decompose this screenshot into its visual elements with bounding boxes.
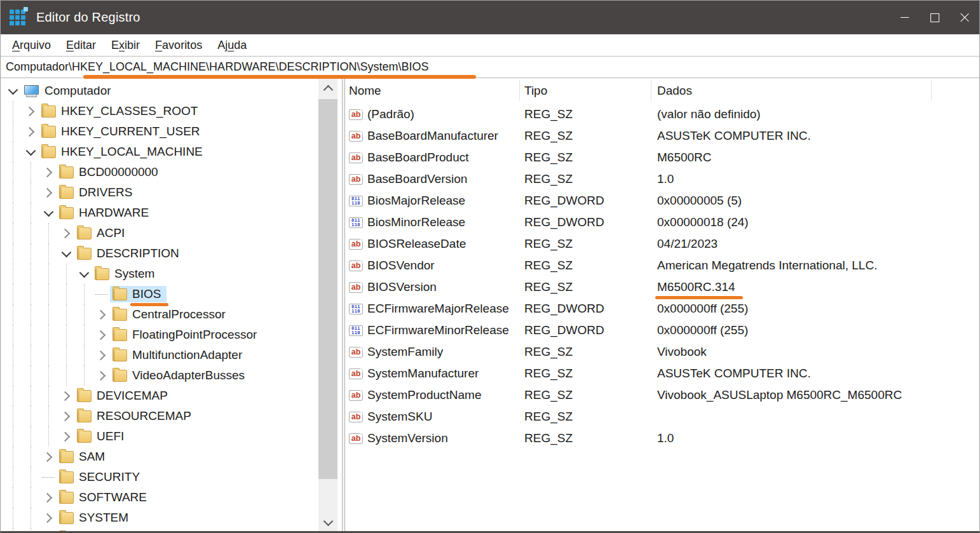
menu-editar[interactable]: Editar: [61, 39, 101, 52]
column-separator[interactable]: [651, 79, 651, 101]
tree-node-devicemap[interactable]: DEVICEMAP: [74, 388, 174, 404]
chevron-cell[interactable]: [40, 447, 57, 467]
tree-item-hkey-classes-root[interactable]: HKEY_CLASSES_ROOT: [4, 101, 342, 121]
tree-node-floatingpointprocessor[interactable]: FloatingPointProcessor: [110, 327, 262, 343]
tree-item-drivers[interactable]: DRIVERS: [4, 182, 342, 203]
tree-node-bios[interactable]: BIOS: [110, 286, 167, 302]
chevron-right-icon[interactable]: [25, 126, 35, 137]
chevron-cell[interactable]: [93, 325, 110, 345]
chevron-cell[interactable]: [22, 142, 39, 162]
chevron-cell[interactable]: [4, 81, 21, 101]
chevron-right-icon[interactable]: [43, 167, 53, 177]
chevron-cell[interactable]: [58, 223, 74, 243]
chevron-right-icon[interactable]: [25, 106, 35, 116]
minimize-button[interactable]: [890, 1, 920, 34]
tree-node-resourcemap[interactable]: RESOURCEMAP: [74, 408, 197, 424]
tree-node-software[interactable]: SOFTWARE: [57, 489, 153, 506]
chevron-cell[interactable]: [93, 345, 110, 365]
tree-item-uefi[interactable]: UEFI: [4, 426, 342, 447]
tree-item-resourcemap[interactable]: RESOURCEMAP: [4, 406, 342, 426]
registry-value-row[interactable]: abBaseBoardVersionREG_SZ1.0: [345, 168, 979, 190]
tree-node-security[interactable]: SECURITY: [57, 469, 146, 485]
chevron-down-icon[interactable]: [43, 206, 53, 217]
registry-value-row[interactable]: abBIOSReleaseDateREG_SZ04/21/2023: [345, 233, 979, 255]
chevron-right-icon[interactable]: [60, 228, 71, 238]
chevron-cell[interactable]: [93, 304, 110, 325]
chevron-cell[interactable]: [93, 365, 110, 386]
registry-value-row[interactable]: abSystemProductNameREG_SZVivobook_ASUSLa…: [345, 384, 979, 406]
chevron-right-icon[interactable]: [96, 370, 106, 381]
chevron-cell[interactable]: [40, 508, 57, 528]
tree-node-system[interactable]: SYSTEM: [57, 509, 134, 526]
registry-value-row[interactable]: 011110ECFirmwareMinorReleaseREG_DWORD0x0…: [345, 320, 979, 341]
scroll-up-button[interactable]: [318, 78, 337, 98]
tree-item-acpi[interactable]: ACPI: [4, 223, 342, 243]
tree-node-hkey-current-user[interactable]: HKEY_CURRENT_USER: [39, 123, 206, 140]
chevron-cell[interactable]: [40, 182, 57, 203]
chevron-right-icon[interactable]: [43, 492, 53, 503]
chevron-cell[interactable]: [58, 426, 74, 447]
tree-scrollbar[interactable]: [318, 78, 337, 532]
tree-node-bcd00000000[interactable]: BCD00000000: [57, 164, 164, 180]
tree-node-description[interactable]: DESCRIPTION: [74, 245, 185, 262]
chevron-right-icon[interactable]: [96, 309, 106, 320]
chevron-cell[interactable]: [22, 101, 39, 121]
registry-value-row[interactable]: abSystemFamilyREG_SZVivobook: [345, 341, 979, 363]
tree-node-hardware[interactable]: HARDWARE: [57, 205, 154, 221]
chevron-cell[interactable]: [58, 386, 74, 406]
registry-value-row[interactable]: 011110BiosMajorReleaseREG_DWORD0x0000000…: [345, 190, 979, 212]
chevron-down-icon[interactable]: [61, 247, 71, 257]
tree-item-devicemap[interactable]: DEVICEMAP: [4, 386, 342, 406]
tree-node-multifunctionadapter[interactable]: MultifunctionAdapter: [110, 347, 248, 363]
chevron-down-icon[interactable]: [79, 267, 89, 278]
registry-value-row[interactable]: abSystemManufacturerREG_SZASUSTeK COMPUT…: [345, 363, 979, 384]
registry-value-row[interactable]: ab(Padrão)REG_SZ(valor não definido): [345, 104, 979, 125]
chevron-cell[interactable]: [58, 406, 74, 426]
chevron-right-icon[interactable]: [43, 452, 53, 462]
chevron-right-icon[interactable]: [96, 330, 106, 340]
chevron-right-icon[interactable]: [60, 411, 71, 421]
maximize-button[interactable]: [920, 1, 949, 34]
chevron-cell[interactable]: [22, 121, 39, 142]
tree-item-hkey-current-user[interactable]: HKEY_CURRENT_USER: [4, 121, 342, 142]
tree-item-videoadapterbusses[interactable]: VideoAdapterBusses: [4, 365, 342, 386]
tree-node-videoadapterbusses[interactable]: VideoAdapterBusses: [110, 367, 250, 384]
registry-value-row[interactable]: 011110BiosMinorReleaseREG_DWORD0x0000001…: [345, 212, 979, 233]
menu-exibir[interactable]: Exibir: [106, 39, 145, 52]
chevron-cell[interactable]: [40, 487, 57, 508]
tree-node-drivers[interactable]: DRIVERS: [57, 184, 138, 201]
scroll-down-button[interactable]: [318, 512, 337, 532]
column-separator[interactable]: [519, 79, 520, 101]
tree-item-computador[interactable]: Computador: [4, 81, 342, 101]
tree-node-sam[interactable]: SAM: [57, 449, 111, 465]
tree-item-bcd00000000[interactable]: BCD00000000: [4, 162, 342, 182]
chevron-right-icon[interactable]: [60, 431, 71, 442]
tree-node-hkey-local-machine[interactable]: HKEY_LOCAL_MACHINE: [39, 144, 208, 160]
tree-item-multifunctionadapter[interactable]: MultifunctionAdapter: [4, 345, 342, 365]
address-bar[interactable]: Computador\HKEY_LOCAL_MACHINE\HARDWARE\D…: [1, 57, 979, 78]
chevron-cell[interactable]: [76, 264, 92, 284]
registry-value-row[interactable]: abSystemSKUREG_SZ: [345, 406, 979, 428]
tree-node-computador[interactable]: Computador: [21, 83, 117, 99]
tree-item-description[interactable]: DESCRIPTION: [4, 243, 342, 264]
tree-node-centralprocessor[interactable]: CentralProcessor: [110, 306, 231, 323]
chevron-down-icon[interactable]: [25, 145, 36, 156]
column-separator[interactable]: [931, 79, 932, 101]
tree-item-bios[interactable]: BIOS: [4, 284, 342, 304]
tree-item-floatingpointprocessor[interactable]: FloatingPointProcessor: [4, 325, 342, 345]
column-header-nome[interactable]: Nome: [345, 84, 519, 98]
tree-item-system[interactable]: System: [4, 264, 342, 284]
scrollbar-thumb[interactable]: [318, 99, 337, 479]
registry-value-row[interactable]: abBaseBoardManufacturerREG_SZASUSTeK COM…: [345, 125, 979, 147]
menu-arquivo[interactable]: Arquivo: [7, 39, 56, 52]
tree-item-software[interactable]: SOFTWARE: [4, 487, 342, 508]
tree-item-system[interactable]: SYSTEM: [4, 508, 342, 528]
tree-item-partial[interactable]: [4, 528, 342, 532]
chevron-right-icon[interactable]: [96, 350, 106, 360]
chevron-right-icon[interactable]: [43, 513, 53, 523]
menu-ajuda[interactable]: Ajuda: [212, 39, 252, 52]
tree-node-hkey-classes-root[interactable]: HKEY_CLASSES_ROOT: [39, 103, 203, 119]
registry-value-row[interactable]: abBIOSVendorREG_SZAmerican Megatrends In…: [345, 255, 979, 276]
chevron-down-icon[interactable]: [8, 84, 18, 95]
close-button[interactable]: [949, 1, 979, 34]
